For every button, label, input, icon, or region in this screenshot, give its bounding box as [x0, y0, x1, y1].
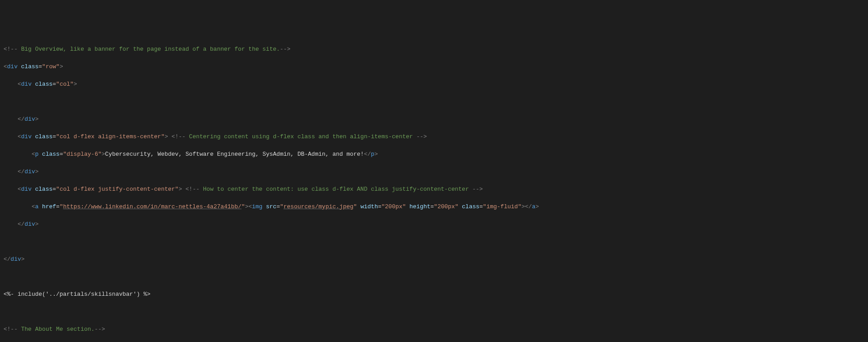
code-line[interactable]	[4, 307, 864, 316]
code-line[interactable]	[4, 272, 864, 281]
code-line[interactable]: <!-- Big Overview, like a banner for the…	[4, 45, 864, 54]
code-line[interactable]: <a href="https://www.linkedin.com/in/mar…	[4, 202, 864, 211]
code-line[interactable]: </div>	[4, 167, 864, 176]
code-line[interactable]: </div>	[4, 220, 864, 229]
code-line[interactable]: <div class="col d-flex align-items-cente…	[4, 132, 864, 141]
code-line[interactable]: </div>	[4, 115, 864, 124]
code-line[interactable]: <div class="col">	[4, 80, 864, 89]
code-editor[interactable]: <!-- Big Overview, like a banner for the…	[4, 36, 864, 342]
code-line[interactable]: </div>	[4, 255, 864, 264]
code-line[interactable]: <div class="col d-flex justify-content-c…	[4, 185, 864, 194]
code-line[interactable]: <%- include('../partials/skillsnavbar') …	[4, 290, 864, 299]
code-line[interactable]: <p class="display-6">Cybersecurity, Webd…	[4, 150, 864, 159]
code-line[interactable]: <!-- The About Me section.-->	[4, 325, 864, 334]
code-line[interactable]: <div class="row">	[4, 62, 864, 71]
code-line[interactable]	[4, 97, 864, 106]
code-line[interactable]	[4, 237, 864, 246]
